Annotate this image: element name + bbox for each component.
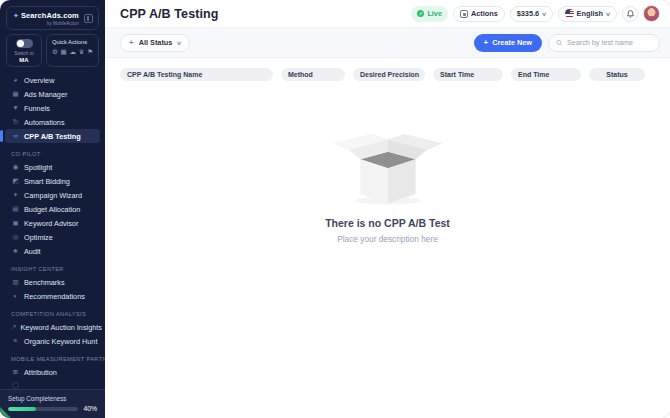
sidebar-item-smart-bidding[interactable]: ◩ Smart Bidding: [5, 174, 100, 188]
section-header-competition-analysis: COMPETITION ANALYSIS: [11, 311, 105, 317]
toggle-knob: [17, 40, 24, 47]
optimize-icon: ◎: [11, 234, 20, 241]
sidebar-item-optimize[interactable]: ◎ Optimize: [5, 230, 100, 244]
actions-icon: [460, 10, 468, 18]
brand-name: SearchAds.com: [21, 11, 79, 20]
section-header-mobile-measurement-partner: MOBILE MEASUREMENT PARTNER: [11, 356, 105, 362]
chevron-down-icon: ∨: [605, 11, 611, 17]
sidebar-item-label: Spotlight: [24, 163, 52, 172]
sidebar-item-label: Overview: [24, 76, 54, 85]
filter-bar: + All Status ∨ + Create New: [105, 28, 670, 58]
sidebar-item-campaign-wizard[interactable]: ✦ Campaign Wizard: [5, 188, 100, 202]
sidebar-item-label: Campaign Wizard: [24, 191, 82, 200]
live-status-badge: ✓ Live: [411, 6, 448, 22]
live-check-icon: ✓: [417, 10, 424, 17]
sidebar-item-label: Budget Allocation: [24, 205, 80, 214]
sidebar-item-overview[interactable]: ◕ Overview: [5, 73, 100, 87]
switch-label: Switch to: [10, 51, 38, 56]
keyword-auction-insights-icon: ↗: [11, 324, 16, 331]
filter-right-controls: + Create New: [474, 34, 660, 52]
campaign-wizard-icon: ✦: [11, 192, 20, 199]
search-icon: [556, 39, 563, 47]
search-box: [548, 34, 660, 52]
status-filter-label: All Status: [139, 38, 173, 47]
column-header-desired-precision[interactable]: Desired Precision: [353, 68, 425, 81]
sidebar-item-label: Automations: [24, 118, 65, 127]
nav-item-partially-hidden: [12, 382, 19, 389]
sidebar-item-label: Organic Keyword Hunt: [24, 337, 97, 346]
switch-to-ma-card: Switch to MA: [6, 34, 42, 67]
column-header-method[interactable]: Method: [281, 68, 345, 81]
attribution-icon: ⊞: [11, 369, 20, 376]
search-input[interactable]: [567, 38, 652, 47]
user-avatar[interactable]: [643, 5, 660, 22]
sidebar-item-organic-keyword-hunt[interactable]: ≡ Organic Keyword Hunt: [5, 334, 100, 348]
section-header-insight-center: INSIGHT CENTER: [11, 266, 105, 272]
flag-icon[interactable]: ⚑: [87, 49, 93, 56]
balance-dropdown[interactable]: $335.6 ∨: [510, 6, 553, 22]
column-header-name[interactable]: CPP A/B Testing Name: [120, 68, 273, 81]
settings-icon[interactable]: ⚙: [52, 49, 58, 56]
switch-toggle[interactable]: [16, 39, 33, 48]
create-new-label: Create New: [492, 38, 532, 47]
sidebar-item-budget-allocation[interactable]: ▤ Budget Allocation: [5, 202, 100, 216]
column-header-status[interactable]: Status: [589, 68, 645, 81]
sidebar-item-label: CPP A/B Testing: [24, 132, 81, 141]
progress-percent: 40%: [83, 405, 97, 412]
overview-icon: ◕: [11, 77, 20, 84]
chevron-down-icon: ∨: [541, 11, 547, 17]
switch-target: MA: [10, 57, 38, 63]
sidebar-item-automations[interactable]: ↻ Automations: [5, 115, 100, 129]
calendar-icon[interactable]: ▦: [61, 49, 67, 56]
sidebar-item-keyword-auction-insights[interactable]: ↗ Keyword Auction Insights: [5, 320, 100, 334]
sidebar: ✦ SearchAds.com by MobileAction Switch t…: [0, 0, 105, 418]
progress-fill: [8, 407, 36, 411]
empty-state-title: There is no CPP A/B Test: [325, 217, 450, 229]
status-filter-dropdown[interactable]: + All Status ∨: [120, 34, 190, 52]
sidebar-item-label: Smart Bidding: [24, 177, 70, 186]
cloud-icon[interactable]: ☁: [69, 49, 76, 56]
logo-card: ✦ SearchAds.com by MobileAction: [6, 6, 99, 30]
funnels-icon: ▼: [11, 105, 20, 112]
organic-keyword-hunt-icon: ≡: [11, 338, 20, 345]
plus-icon: +: [129, 38, 134, 47]
create-new-button[interactable]: + Create New: [474, 34, 542, 52]
sidebar-item-attribution[interactable]: ⊞ Attribution: [5, 365, 100, 379]
brand: ✦ SearchAds.com by MobileAction: [13, 11, 79, 26]
column-header-start-time[interactable]: Start Time: [433, 68, 503, 81]
quick-actions-title: Quick Actions: [52, 39, 93, 45]
page-title: CPP A/B Testing: [120, 7, 219, 21]
quick-actions-icons: ⚙ ▦ ☁ ♛ ⚑: [52, 49, 93, 56]
brand-mark-icon: ✦: [13, 12, 19, 20]
budget-allocation-icon: ▤: [11, 206, 20, 213]
plus-icon: +: [484, 38, 489, 47]
chat-widget-corner: [0, 407, 11, 418]
sidebar-item-recommendations[interactable]: ◐ Recommendations: [5, 289, 100, 303]
audit-icon: ★: [11, 248, 20, 255]
quick-actions-card: Quick Actions ⚙ ▦ ☁ ♛ ⚑: [46, 34, 99, 67]
sidebar-item-keyword-advisor[interactable]: ▣ Keyword Advisor: [5, 216, 100, 230]
smart-bidding-icon: ◩: [11, 178, 20, 185]
sidebar-item-label: Attribution: [24, 368, 57, 377]
table-header-row: CPP A/B Testing Name Method Desired Prec…: [105, 58, 670, 81]
sidebar-item-label: Ads Manager: [24, 90, 67, 99]
brand-byline: by MobileAction: [13, 21, 79, 26]
language-label: English: [577, 9, 603, 18]
sidebar-collapse-icon[interactable]: [84, 14, 93, 23]
sidebar-top: ✦ SearchAds.com by MobileAction Switch t…: [0, 0, 105, 67]
trophy-icon[interactable]: ♛: [79, 49, 85, 56]
column-header-end-time[interactable]: End Time: [511, 68, 581, 81]
sidebar-item-ads-manager[interactable]: ▦ Ads Manager: [5, 87, 100, 101]
sidebar-item-benchmarks[interactable]: ▥ Benchmarks: [5, 275, 100, 289]
recommendations-icon: ◐: [11, 293, 20, 300]
sidebar-item-cpp-ab-testing[interactable]: ∞ CPP A/B Testing: [5, 129, 100, 143]
progress-bar: [8, 407, 78, 411]
main-content: CPP A/B Testing ✓ Live Actions $335.6 ∨ …: [105, 0, 670, 418]
setup-completeness: Setup Completeness 40%: [0, 389, 105, 418]
sidebar-item-funnels[interactable]: ▼ Funnels: [5, 101, 100, 115]
sidebar-item-spotlight[interactable]: ◉ Spotlight: [5, 160, 100, 174]
sidebar-item-audit[interactable]: ★ Audit: [5, 244, 100, 258]
language-dropdown[interactable]: English ∨: [558, 6, 617, 22]
notifications-button[interactable]: [622, 6, 638, 22]
actions-button[interactable]: Actions: [453, 6, 505, 22]
